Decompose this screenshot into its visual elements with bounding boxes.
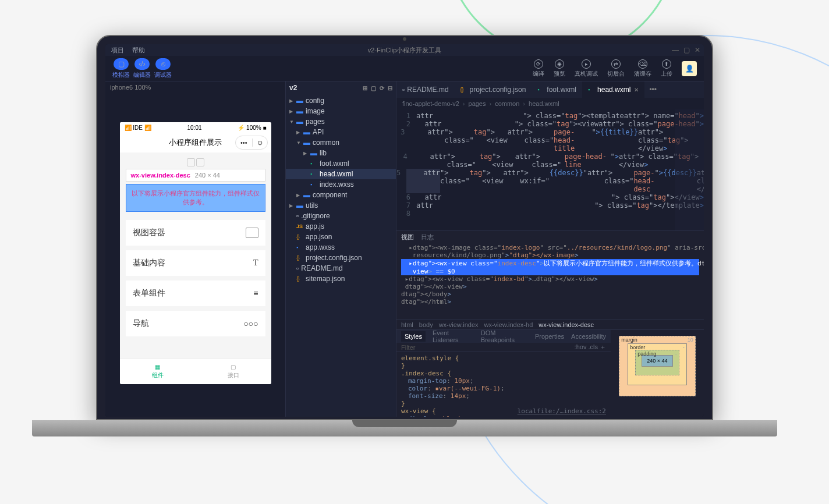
close-icon[interactable]: ✕ <box>634 87 639 93</box>
explorer-header[interactable]: v2 ⊞ ▢ ⟳ ⊟ <box>286 81 396 94</box>
tree-item[interactable]: ▶▬image <box>286 106 396 116</box>
tree-item[interactable]: ▶▬API <box>286 127 396 137</box>
styles-tab-item[interactable]: Styles <box>401 331 426 342</box>
breadcrumb-item[interactable]: pages <box>469 100 486 107</box>
dom-crumb-item[interactable]: wx-view.index-hd <box>484 321 533 328</box>
toolbar-btn-debugger[interactable]: ⎋ 调试器 <box>154 58 172 79</box>
clear-cache-button[interactable]: ⌫清缓存 <box>634 59 651 78</box>
minimize-icon[interactable]: — <box>672 46 679 54</box>
capsule-button[interactable]: ••• ⊙ <box>235 136 268 150</box>
user-avatar[interactable]: 👤 <box>682 61 697 76</box>
css-rule-line[interactable]: .index-desc {</span> <box>401 370 606 377</box>
tree-item[interactable]: {}sitemap.json <box>286 274 396 284</box>
editor-tab[interactable]: ▫README.md <box>396 81 455 98</box>
tree-item[interactable]: ▶▬lib <box>286 148 396 158</box>
dom-node[interactable]: resources/kind/logo.png">"dtag"></wx-ima… <box>401 251 699 259</box>
dom-crumb-item[interactable]: wx-view.index-desc <box>539 321 594 328</box>
dom-node[interactable]: view> == $0 <box>401 268 699 275</box>
styles-tab-item[interactable]: Event Listeners <box>433 329 474 343</box>
code-line[interactable]: attr <box>416 112 523 120</box>
tree-item[interactable]: ▪app.wxss <box>286 242 396 253</box>
dom-tree[interactable]: ▸dtag"><wx-image class="index-logo" src=… <box>396 243 704 319</box>
tree-item[interactable]: ▪index.wxss <box>286 179 396 190</box>
compile-button[interactable]: ⟳编译 <box>533 59 544 78</box>
tabs-overflow[interactable]: ••• <box>644 86 661 94</box>
css-rule-line[interactable]: color: ▪var(--weui-FG-1); <box>401 385 606 392</box>
dom-node[interactable]: ▸dtag"><wx-view class="index-desc">以下将展示… <box>401 259 699 268</box>
tree-item[interactable]: ▼▬pages <box>286 116 396 127</box>
toolbar-btn-simulator[interactable]: ▢ 模拟器 <box>112 58 130 79</box>
css-rule-line[interactable]: } <box>401 400 606 407</box>
code-line[interactable]: attr <box>416 201 594 210</box>
tabbar-item-api[interactable]: ▢接口 <box>196 359 271 384</box>
editor-tab[interactable]: ▪head.wxml✕ <box>582 81 644 98</box>
dom-node[interactable]: ▸dtag"><wx-view class="index-bd">…dtag">… <box>401 275 699 283</box>
styles-tab-item[interactable]: DOM Breakpoints <box>481 329 528 343</box>
minimap[interactable] <box>675 109 704 230</box>
maximize-icon[interactable]: ▢ <box>683 46 690 54</box>
list-item[interactable]: 表单组件≡ <box>126 281 265 306</box>
css-rule-line[interactable]: font-size: 14px; <box>401 392 606 400</box>
filter-input[interactable]: Filter <box>401 344 415 351</box>
preview-button[interactable]: ◉预览 <box>554 59 565 78</box>
code-line[interactable] <box>416 210 704 218</box>
devtools-tab-elements[interactable]: 视图 <box>401 233 414 242</box>
tree-item[interactable]: ▶▬component <box>286 190 396 200</box>
code-line[interactable]: attr <box>413 152 447 169</box>
new-file-icon[interactable]: ⊞ <box>363 85 367 91</box>
refresh-icon[interactable]: ⟳ <box>380 85 384 91</box>
css-rules[interactable]: element.style {}.index-desc {</span>marg… <box>396 352 611 417</box>
inspected-element[interactable]: 以下将展示小程序官方组件能力，组件样式仅供参考。 <box>126 184 265 212</box>
dom-node[interactable]: ▸dtag"><wx-image class="index-logo" src=… <box>401 244 699 251</box>
code-line[interactable]: attr <box>410 128 444 152</box>
tree-item[interactable]: {}app.json <box>286 232 396 242</box>
remote-debug-button[interactable]: ▸真机调试 <box>575 59 598 78</box>
styles-tab-item[interactable]: Properties <box>535 333 564 340</box>
code-line[interactable]: attr <box>416 120 515 128</box>
list-item[interactable]: 导航○○○ <box>126 311 265 336</box>
toolbar-btn-editor[interactable]: ‹/› 编辑器 <box>133 58 151 79</box>
tree-item[interactable]: {}project.config.json <box>286 253 396 263</box>
collapse-icon[interactable]: ⊟ <box>388 85 392 91</box>
menu-project[interactable]: 项目 <box>111 46 124 55</box>
menu-help[interactable]: 帮助 <box>132 46 145 55</box>
tree-item[interactable]: ▫.gitignore <box>286 211 396 221</box>
dom-node[interactable]: dtag"></body> <box>401 290 699 298</box>
code-line[interactable]: attr <box>406 169 440 193</box>
tree-item[interactable]: ▪foot.wxml <box>286 158 396 169</box>
tree-item[interactable]: ▶▬config <box>286 95 396 106</box>
css-rule-line[interactable]: wx-view {localfile:/…index.css:2 <box>401 407 606 415</box>
editor-tab[interactable]: ▪foot.wxml <box>532 81 582 98</box>
breadcrumb-item[interactable]: common <box>495 100 519 107</box>
upload-button[interactable]: ⬆上传 <box>661 59 672 78</box>
dom-crumb-item[interactable]: wx-view.index <box>439 321 479 328</box>
list-item[interactable]: 视图容器 <box>126 220 265 246</box>
dom-crumb-item[interactable]: html <box>401 321 413 328</box>
tree-item[interactable]: ▶▬utils <box>286 200 396 211</box>
list-item[interactable]: 基础内容T <box>126 250 265 276</box>
tree-item[interactable]: ▪head.wxml <box>286 169 396 179</box>
simulator-device-label[interactable]: iphone6 100% <box>105 81 285 93</box>
css-rule-line[interactable]: margin-top: 10px; <box>401 377 606 385</box>
css-rule-line[interactable]: } <box>401 362 606 370</box>
tree-item[interactable]: ▼▬common <box>286 137 396 148</box>
styles-tab-item[interactable]: Accessibility <box>571 333 606 340</box>
background-button[interactable]: ⇄切后台 <box>607 59 625 78</box>
css-rule-line[interactable]: element.style { <box>401 354 606 362</box>
code-editor[interactable]: 1attr"> class="tag"><templateattr"> name… <box>396 109 704 230</box>
dom-crumb-item[interactable]: body <box>419 321 433 328</box>
dom-node[interactable]: dtag"></wx-view> <box>401 283 699 290</box>
tabbar-item-components[interactable]: ▦组件 <box>120 359 196 384</box>
breadcrumb-item[interactable]: fino-applet-demo-v2 <box>402 100 459 107</box>
filter-toggles[interactable]: :hov .cls ＋ <box>575 343 606 352</box>
tree-item[interactable]: ▫README.md <box>286 263 396 274</box>
breadcrumb-item[interactable]: head.wxml <box>529 100 559 107</box>
css-rule-line[interactable]: display: block; <box>401 415 606 417</box>
close-icon[interactable]: ✕ <box>695 46 700 54</box>
devtools-tab-console[interactable]: 日志 <box>421 233 434 242</box>
code-line[interactable]: attr <box>416 193 611 201</box>
tree-item[interactable]: JSapp.js <box>286 221 396 232</box>
editor-tab[interactable]: {}project.config.json <box>455 81 532 98</box>
dom-node[interactable]: dtag"></html> <box>401 298 699 306</box>
new-folder-icon[interactable]: ▢ <box>371 85 376 91</box>
